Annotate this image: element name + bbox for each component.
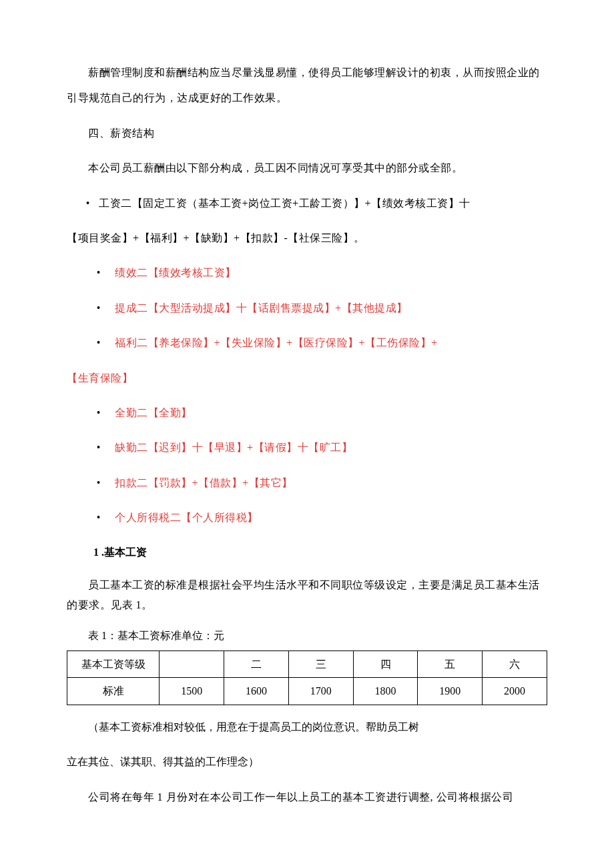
basic-salary-paragraph: 员工基本工资的标准是根据社会平均生活水平和不同职位等级设定，主要是满足员工基本生… bbox=[67, 575, 547, 616]
adjustment-paragraph: 公司将在每年 1 月份对在本公司工作一年以上员工的基本工资进行调整, 公司将根据… bbox=[67, 785, 547, 810]
welfare-bullet-cont: 【生育保险】 bbox=[67, 366, 547, 391]
deduction-bullet-text: 扣款二【罚款】+【借款】+【其它】 bbox=[115, 477, 293, 488]
table-cell: 1600 bbox=[224, 678, 289, 705]
structure-intro: 本公司员工薪酬由以下部分构成，员工因不同情况可享受其中的部分或全部。 bbox=[67, 155, 547, 181]
table-cell: 四 bbox=[353, 650, 418, 678]
table-cell: 五 bbox=[418, 650, 483, 678]
salary-bullet-text: 工资二【固定工资（基本工资+岗位工资+工龄工资）】+【绩效考核工资】十 bbox=[99, 197, 471, 209]
bullet-dot-icon: • bbox=[97, 296, 101, 321]
commission-bullet-text: 提成二【大型活动提成】十【话剧售票提成】+【其他提成】 bbox=[115, 302, 408, 314]
table-cell: 2000 bbox=[483, 678, 547, 705]
salary-bullet-cont: 【项目奖金】+【福利】+【缺勤】+【扣款】-【社保三险】。 bbox=[67, 226, 547, 251]
table-cell: 1900 bbox=[418, 678, 483, 705]
bullet-dot-icon: • bbox=[97, 260, 101, 286]
full-attendance-text: 全勤二【全勤】 bbox=[115, 407, 192, 418]
table-cell: 二 bbox=[224, 650, 289, 678]
table-row: 基本工资等级 二 三 四 五 六 bbox=[67, 650, 547, 678]
table-cell: 基本工资等级 bbox=[67, 650, 160, 678]
tax-bullet: • 个人所得税二【个人所得税】 bbox=[67, 505, 547, 530]
table-cell: 六 bbox=[483, 650, 547, 678]
welfare-bullet: • 福利二【养老保险】+【失业保险】+【医疗保险】+【工伤保险】+ bbox=[67, 330, 547, 356]
note-line-1: （基本工资标准相对较低，用意在于提高员工的岗位意识。帮助员工树 bbox=[67, 715, 547, 740]
note-line-2: 立在其位、谋其职、得其益的工作理念） bbox=[67, 749, 547, 775]
bullet-dot-icon: • bbox=[97, 505, 101, 530]
intro-paragraph: 薪酬管理制度和薪酬结构应当尽量浅显易懂，使得员工能够理解设计的初衷，从而按照企业… bbox=[67, 60, 547, 111]
table-cell bbox=[160, 650, 224, 678]
table-cell: 标准 bbox=[67, 678, 160, 705]
table-cell: 1700 bbox=[288, 678, 353, 705]
table-cell: 1800 bbox=[353, 678, 418, 705]
basic-salary-table: 基本工资等级 二 三 四 五 六 标准 1500 1600 1700 1800 … bbox=[67, 650, 547, 705]
bullet-dot-icon: • bbox=[97, 400, 101, 426]
subsection-1-heading: 1 .基本工资 bbox=[67, 540, 547, 565]
salary-bullet: • 工资二【固定工资（基本工资+岗位工资+工龄工资）】+【绩效考核工资】十 bbox=[67, 191, 547, 216]
table-cell: 1500 bbox=[160, 678, 224, 705]
full-attendance-bullet: • 全勤二【全勤】 bbox=[67, 400, 547, 426]
deduction-bullet: • 扣款二【罚款】+【借款】+【其它】 bbox=[67, 470, 547, 496]
welfare-bullet-text: 福利二【养老保险】+【失业保险】+【医疗保险】+【工伤保险】+ bbox=[115, 337, 438, 348]
absence-bullet-text: 缺勤二【迟到】十【早退】+【请假】十【旷工】 bbox=[115, 442, 352, 453]
bullet-dot-icon: • bbox=[97, 435, 101, 460]
section-heading-4: 四、薪资结构 bbox=[67, 121, 547, 146]
bullet-dot-icon: • bbox=[97, 330, 101, 356]
bullet-dot-icon: • bbox=[86, 191, 90, 216]
absence-bullet: • 缺勤二【迟到】十【早退】+【请假】十【旷工】 bbox=[67, 435, 547, 460]
table-1-caption: 表 1：基本工资标准单位：元 bbox=[67, 625, 547, 646]
table-row: 标准 1500 1600 1700 1800 1900 2000 bbox=[67, 678, 547, 705]
bullet-dot-icon: • bbox=[97, 470, 101, 496]
table-cell: 三 bbox=[288, 650, 353, 678]
tax-bullet-text: 个人所得税二【个人所得税】 bbox=[115, 512, 258, 523]
document-page: 薪酬管理制度和薪酬结构应当尽量浅显易懂，使得员工能够理解设计的初衷，从而按照企业… bbox=[0, 0, 614, 868]
performance-bullet-text: 绩效二【绩效考核工资】 bbox=[115, 267, 236, 278]
performance-bullet: • 绩效二【绩效考核工资】 bbox=[67, 260, 547, 286]
commission-bullet: • 提成二【大型活动提成】十【话剧售票提成】+【其他提成】 bbox=[67, 296, 547, 321]
